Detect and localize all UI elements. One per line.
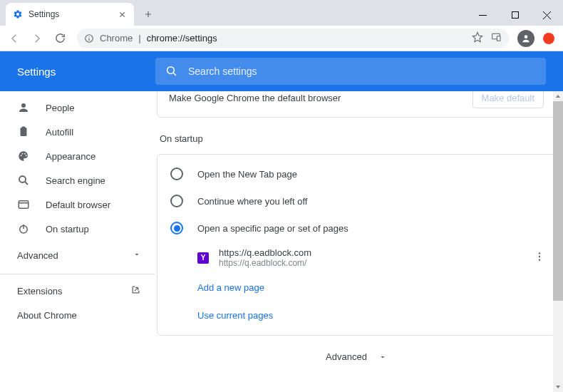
scroll-thumb[interactable] [553, 101, 563, 301]
new-tab-button[interactable] [138, 4, 158, 24]
sidebar-label: Appearance [46, 151, 95, 162]
search-icon [165, 65, 178, 78]
sidebar: People Autofill Appearance Search engine… [0, 91, 155, 392]
default-browser-text: Make Google Chrome the default browser [169, 93, 341, 103]
radio-icon[interactable] [170, 222, 183, 234]
svg-rect-0 [512, 12, 518, 19]
scroll-up-icon[interactable] [553, 91, 563, 101]
browser-icon [17, 198, 30, 211]
sidebar-item-autofill[interactable]: Autofill [0, 120, 155, 144]
scrollbar[interactable] [553, 91, 563, 392]
radio-icon[interactable] [170, 167, 183, 180]
chevron-down-icon [378, 353, 387, 361]
search-input[interactable] [188, 66, 536, 77]
radio-new-tab[interactable]: Open the New Tab page [157, 160, 555, 187]
search-icon [17, 174, 30, 187]
svg-point-14 [19, 176, 26, 182]
main-panel: Make Google Chrome the default browser M… [155, 91, 563, 392]
svg-point-5 [525, 35, 528, 38]
send-to-device-icon[interactable] [490, 31, 502, 46]
svg-point-19 [539, 259, 540, 260]
url-host: Chrome [100, 33, 133, 43]
page-favicon: Y [197, 252, 209, 264]
use-current-link[interactable]: Use current pages [157, 301, 555, 329]
page-title: Settings [6, 66, 155, 78]
svg-point-12 [24, 153, 26, 155]
add-page-link[interactable]: Add a new page [157, 274, 555, 301]
settings-icon [13, 9, 23, 19]
svg-point-10 [21, 155, 22, 156]
svg-point-17 [539, 252, 540, 254]
svg-rect-8 [21, 128, 27, 136]
back-button[interactable] [4, 29, 24, 48]
forward-button[interactable] [27, 29, 47, 48]
section-title-startup: On startup [160, 133, 553, 144]
external-link-icon [130, 284, 141, 297]
settings-search[interactable] [155, 58, 546, 85]
svg-point-11 [22, 153, 24, 155]
sidebar-about[interactable]: About Chrome [0, 303, 155, 327]
default-browser-card: Make Google Chrome the default browser M… [157, 91, 556, 118]
tab-title: Settings [29, 9, 111, 19]
sidebar-item-appearance[interactable]: Appearance [0, 144, 155, 168]
browser-tab[interactable]: Settings [6, 3, 134, 26]
svg-rect-4 [497, 36, 500, 41]
browser-toolbar: Chrome | chrome://settings [0, 26, 563, 51]
footer-advanced[interactable]: Advanced [157, 336, 556, 378]
close-tab-icon[interactable] [117, 9, 127, 19]
maximize-button[interactable] [499, 4, 531, 26]
startup-card: Open the New Tab page Continue where you… [157, 154, 556, 336]
startup-page-url: https://q.eadblock.com/ [219, 258, 311, 268]
content-area: People Autofill Appearance Search engine… [0, 91, 563, 392]
url-path: chrome://settings [147, 33, 217, 43]
site-info-icon[interactable] [84, 33, 94, 43]
power-icon [17, 222, 30, 235]
svg-point-13 [26, 155, 27, 156]
profile-avatar[interactable] [516, 29, 536, 48]
make-default-button[interactable]: Make default [472, 91, 544, 108]
chevron-down-icon [133, 250, 141, 261]
extension-icon[interactable] [539, 29, 559, 48]
palette-icon [17, 150, 30, 163]
sidebar-extensions[interactable]: Extensions [0, 279, 155, 303]
settings-header: Settings [0, 51, 563, 91]
clipboard-icon [17, 125, 30, 138]
radio-icon[interactable] [170, 195, 183, 207]
star-icon[interactable] [472, 31, 483, 46]
svg-point-18 [539, 255, 540, 257]
sidebar-label: Default browser [46, 200, 110, 210]
svg-rect-9 [22, 127, 26, 129]
person-icon [17, 101, 30, 114]
radio-continue[interactable]: Continue where you left off [157, 187, 555, 215]
svg-point-2 [88, 36, 89, 37]
window-titlebar: Settings [0, 0, 563, 26]
sidebar-label: On startup [46, 224, 89, 234]
separator [0, 274, 155, 274]
sidebar-label: Autofill [46, 127, 73, 138]
sidebar-label: Search engine [46, 175, 105, 186]
startup-page-row: Y https://q.eadblock.com https://q.eadbl… [157, 242, 555, 274]
sidebar-item-search-engine[interactable]: Search engine [0, 168, 155, 192]
sidebar-item-default-browser[interactable]: Default browser [0, 192, 155, 217]
startup-page-title: https://q.eadblock.com [219, 247, 311, 258]
more-icon[interactable] [534, 251, 545, 265]
window-controls [467, 4, 563, 26]
minimize-button[interactable] [467, 4, 499, 26]
close-window-button[interactable] [531, 4, 563, 26]
sidebar-item-people[interactable]: People [0, 96, 155, 120]
svg-point-6 [167, 67, 175, 74]
sidebar-label: People [46, 103, 74, 113]
svg-rect-15 [19, 201, 29, 209]
address-bar[interactable]: Chrome | chrome://settings [77, 29, 509, 48]
radio-specific-page[interactable]: Open a specific page or set of pages [157, 215, 555, 242]
reload-button[interactable] [50, 29, 70, 48]
svg-point-7 [21, 103, 26, 108]
sidebar-advanced[interactable]: Advanced [0, 241, 155, 269]
scroll-down-icon[interactable] [553, 382, 563, 392]
sidebar-item-on-startup[interactable]: On startup [0, 217, 155, 241]
